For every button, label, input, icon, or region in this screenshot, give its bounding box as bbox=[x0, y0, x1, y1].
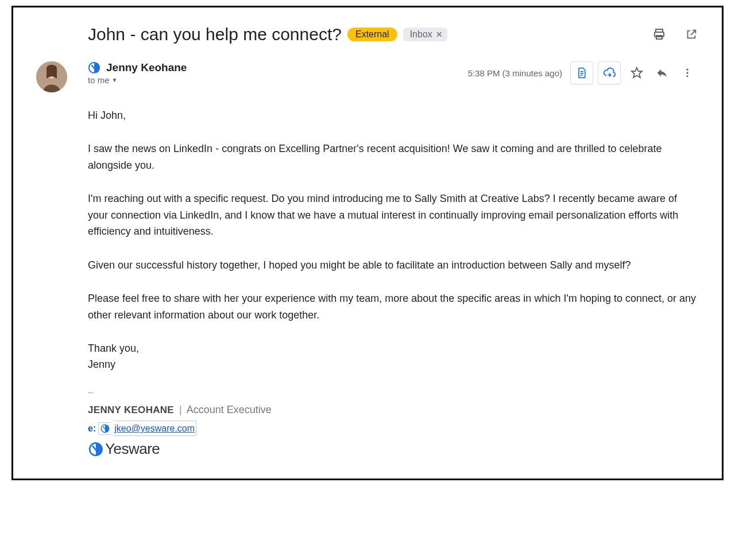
yesware-template-icon[interactable] bbox=[570, 61, 593, 84]
signature-email-label: e: bbox=[88, 421, 96, 435]
email-body: Hi John, I saw the news on LinkedIn - co… bbox=[88, 107, 697, 461]
sender-avatar[interactable] bbox=[36, 61, 67, 92]
body-paragraph: I'm reaching out with a specific request… bbox=[88, 190, 697, 239]
yesware-cloud-sync-icon[interactable] bbox=[598, 61, 621, 84]
star-icon[interactable] bbox=[625, 61, 648, 84]
body-closing: Thank you, Jenny bbox=[88, 340, 697, 373]
signature-title: Account Executive bbox=[187, 404, 272, 415]
inbox-label-text: Inbox bbox=[410, 29, 432, 40]
open-in-new-window-icon[interactable] bbox=[684, 27, 699, 42]
signature-brand-text: Yesware bbox=[105, 437, 160, 461]
message-timestamp: 5:38 PM (3 minutes ago) bbox=[468, 68, 562, 78]
inbox-label-badge[interactable]: Inbox ✕ bbox=[403, 28, 447, 41]
signature-email-link[interactable]: jkeo@yesware.com bbox=[113, 421, 196, 436]
svg-marker-9 bbox=[632, 68, 642, 77]
body-greeting: Hi John, bbox=[88, 107, 697, 123]
external-label-badge[interactable]: External bbox=[347, 28, 397, 41]
message-header: Jenny Keohane to me ▼ 5:38 PM (3 minutes… bbox=[36, 61, 699, 92]
email-subject: John - can you help me connect? bbox=[88, 25, 342, 44]
svg-point-12 bbox=[686, 75, 688, 77]
svg-point-11 bbox=[686, 72, 688, 73]
recipient-text: to me bbox=[88, 75, 110, 85]
reply-icon[interactable] bbox=[651, 61, 674, 84]
yesware-icon bbox=[98, 422, 111, 435]
yesware-sender-icon bbox=[88, 61, 100, 74]
recipient-dropdown[interactable]: to me ▼ bbox=[88, 75, 468, 85]
signature-separator: -- bbox=[88, 387, 697, 399]
sender-name[interactable]: Jenny Keohane bbox=[106, 61, 187, 74]
body-paragraph: I saw the news on LinkedIn - congrats on… bbox=[88, 141, 697, 173]
chevron-down-icon: ▼ bbox=[112, 77, 118, 83]
remove-label-icon[interactable]: ✕ bbox=[436, 30, 443, 39]
print-icon[interactable] bbox=[652, 27, 667, 42]
more-options-icon[interactable] bbox=[676, 61, 699, 84]
signature-email-row: e: jkeo@yesware.com bbox=[88, 421, 697, 436]
signature-line: JENNY KEOHANE | Account Executive bbox=[88, 402, 697, 418]
yesware-logo-icon bbox=[88, 441, 104, 457]
email-message-view: John - can you help me connect? External… bbox=[11, 6, 724, 480]
signature-brand-row: Yesware bbox=[88, 437, 697, 461]
body-paragraph: Given our successful history together, I… bbox=[88, 257, 697, 273]
signature-name: JENNY KEOHANE bbox=[88, 405, 174, 415]
body-paragraph: Please feel free to share with her your … bbox=[88, 290, 697, 323]
svg-point-10 bbox=[686, 69, 688, 71]
subject-row: John - can you help me connect? External… bbox=[88, 25, 699, 44]
